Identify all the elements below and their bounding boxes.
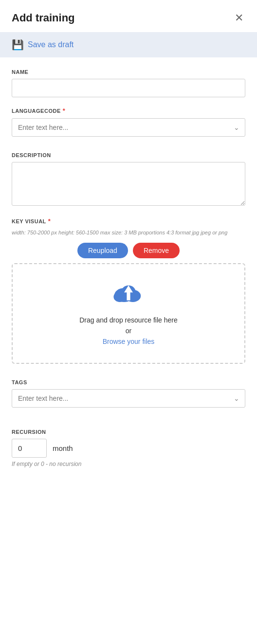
dropzone-text: Drag and drop resource file here or Brow… — [79, 315, 178, 347]
key-visual-required-star: * — [48, 217, 51, 225]
save-draft-icon: 💾 — [12, 39, 24, 51]
name-input[interactable] — [12, 79, 245, 97]
name-field-group: NAME — [12, 69, 245, 97]
add-training-modal: Add training ✕ 💾 Save as draft NAME LANG… — [0, 0, 257, 644]
recursion-hint: If empty or 0 - no recursion — [12, 461, 245, 467]
description-field-group: DESCRIPTION — [12, 152, 245, 208]
remove-button[interactable]: Remove — [133, 243, 180, 258]
recursion-row: month — [12, 439, 245, 458]
dropzone[interactable]: Drag and drop resource file here or Brow… — [12, 263, 245, 364]
tags-input[interactable] — [12, 389, 245, 408]
upload-icon-wrap — [111, 280, 146, 307]
recursion-field-group: RECURSION month If empty or 0 - no recur… — [12, 429, 245, 467]
recursion-unit: month — [53, 444, 73, 452]
modal-header: Add training ✕ — [0, 0, 257, 32]
languagecode-input[interactable] — [12, 118, 245, 137]
key-visual-field-group: KEY VISUAL * width: 750-2000 px height: … — [12, 217, 245, 364]
upload-buttons: Reupload Remove — [12, 243, 245, 258]
recursion-input[interactable] — [12, 439, 47, 458]
tags-label: TAGS — [12, 379, 245, 385]
upload-cloud-icon — [111, 280, 146, 307]
key-visual-label: KEY VISUAL * — [12, 217, 245, 225]
tags-select-wrapper: ⌄ — [12, 389, 245, 408]
browse-files-link[interactable]: Browse your files — [103, 338, 155, 345]
save-draft-button[interactable]: Save as draft — [28, 40, 73, 49]
modal-title: Add training — [12, 12, 75, 24]
key-visual-hint: width: 750-2000 px height: 560-1500 max … — [12, 229, 245, 237]
reupload-button[interactable]: Reupload — [77, 243, 128, 258]
languagecode-required-star: * — [63, 107, 66, 114]
tags-field-group: TAGS ⌄ — [12, 379, 245, 408]
languagecode-field-group: LANGUAGECODE * ⌄ — [12, 107, 245, 137]
description-input[interactable] — [12, 162, 245, 206]
name-label: NAME — [12, 69, 245, 75]
languagecode-select-wrapper: ⌄ — [12, 118, 245, 137]
recursion-label: RECURSION — [12, 429, 245, 435]
close-button[interactable]: ✕ — [233, 10, 245, 26]
save-draft-bar: 💾 Save as draft — [0, 32, 257, 57]
languagecode-label: LANGUAGECODE * — [12, 107, 245, 114]
description-label: DESCRIPTION — [12, 152, 245, 158]
close-icon: ✕ — [235, 12, 243, 24]
form-area: NAME LANGUAGECODE * ⌄ DESCRIPTION KEY VI… — [0, 57, 257, 644]
